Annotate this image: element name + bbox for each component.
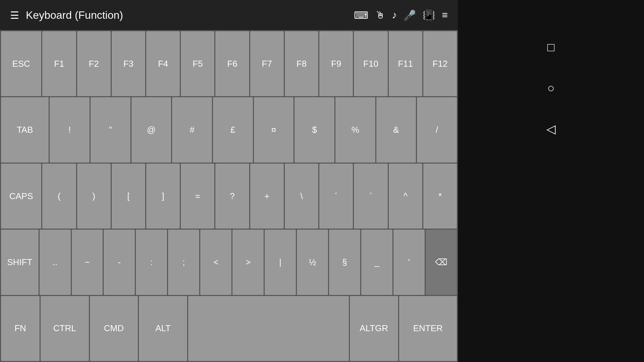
key-dollar[interactable]: $ [294, 97, 334, 162]
key-tab[interactable]: TAB [1, 97, 49, 162]
key-amp[interactable]: & [376, 97, 416, 162]
mouse-icon[interactable]: 🖱 [375, 9, 385, 21]
key-cmd[interactable]: CMD [90, 296, 138, 361]
key-greater[interactable]: > [232, 230, 264, 295]
key-row-row5: FNCTRLCMDALTALTGRENTER [1, 296, 457, 361]
key-f7[interactable]: F7 [250, 31, 284, 96]
key-f10[interactable]: F10 [354, 31, 387, 96]
key-percent[interactable]: % [335, 97, 375, 162]
key-f8[interactable]: F8 [285, 31, 318, 96]
circle-icon[interactable]: ○ [547, 81, 555, 95]
key-f3[interactable]: F3 [112, 31, 145, 96]
key-f1[interactable]: F1 [42, 31, 76, 96]
key-f11[interactable]: F11 [389, 31, 422, 96]
header-title: Keyboard (Function) [26, 9, 347, 21]
key-pipe[interactable]: | [265, 230, 296, 295]
key-alt[interactable]: ALT [139, 296, 187, 361]
key-altgr[interactable]: ALTGR [350, 296, 398, 361]
music-icon[interactable]: ♪ [392, 9, 397, 21]
mic-icon[interactable]: 🎤 [404, 9, 416, 21]
key-tilde[interactable]: ~ [72, 230, 103, 295]
key-colon[interactable]: : [136, 230, 167, 295]
key-ctrl[interactable]: CTRL [41, 296, 89, 361]
key-lparen[interactable]: ( [42, 164, 76, 229]
key-rparen[interactable]: ) [77, 164, 111, 229]
key-row-row3: CAPS()[]=?+\´`^* [1, 164, 457, 229]
key-semicolon[interactable]: ; [168, 230, 199, 295]
key-pound[interactable]: £ [213, 97, 253, 162]
key-f2[interactable]: F2 [77, 31, 111, 96]
key-excl[interactable]: ! [50, 97, 90, 162]
key-f6[interactable]: F6 [215, 31, 249, 96]
menu-icon[interactable]: ☰ [10, 9, 19, 21]
key-backspace[interactable]: ⌫ [426, 230, 457, 295]
right-sidebar: □ ○ ◁ [458, 0, 644, 362]
key-hash[interactable]: # [172, 97, 212, 162]
key-f5[interactable]: F5 [181, 31, 214, 96]
key-enter[interactable]: ENTER [399, 296, 457, 361]
key-row-row1: ESCF1F2F3F4F5F6F7F8F9F10F11F12 [1, 31, 457, 96]
key-asterisk[interactable]: * [423, 164, 457, 229]
keyboard-area: ESCF1F2F3F4F5F6F7F8F9F10F11F12TAB!"@#£¤$… [0, 30, 458, 362]
key-f9[interactable]: F9 [319, 31, 353, 96]
options-icon[interactable]: ≡ [442, 9, 448, 21]
key-f12[interactable]: F12 [423, 31, 457, 96]
key-esc[interactable]: ESC [1, 31, 41, 96]
key-slash[interactable]: / [417, 97, 457, 162]
key-space[interactable] [188, 296, 349, 361]
key-fn[interactable]: FN [1, 296, 40, 361]
key-minus[interactable]: - [104, 230, 135, 295]
key-row-row2: TAB!"@#£¤$%&/ [1, 97, 457, 162]
key-question[interactable]: ? [215, 164, 249, 229]
key-section[interactable]: § [329, 230, 360, 295]
key-backslash[interactable]: \ [285, 164, 318, 229]
back-icon[interactable]: ◁ [546, 122, 556, 136]
key-acute[interactable]: ´ [319, 164, 353, 229]
key-apostrophe[interactable]: ' [393, 230, 425, 295]
header: ☰ Keyboard (Function) ⌨ 🖱 ♪ 🎤 📳 ≡ [0, 0, 458, 30]
key-caret[interactable]: ^ [389, 164, 422, 229]
key-equals[interactable]: = [181, 164, 214, 229]
key-underscore[interactable]: _ [361, 230, 392, 295]
key-dotdot[interactable]: .. [40, 230, 71, 295]
key-grave[interactable]: ` [354, 164, 387, 229]
key-plus[interactable]: + [250, 164, 284, 229]
key-at[interactable]: @ [131, 97, 171, 162]
key-f4[interactable]: F4 [146, 31, 180, 96]
key-quot[interactable]: " [91, 97, 130, 162]
key-less[interactable]: < [200, 230, 231, 295]
vibrate-icon[interactable]: 📳 [423, 9, 435, 21]
keyboard-icon[interactable]: ⌨ [354, 9, 368, 21]
key-half[interactable]: ½ [297, 230, 328, 295]
key-row-row4: SHIFT..~-:;<>|½§_'⌫ [1, 230, 457, 295]
key-shift[interactable]: SHIFT [1, 230, 39, 295]
key-caps[interactable]: CAPS [1, 164, 41, 229]
key-rbracket[interactable]: ] [146, 164, 180, 229]
square-icon[interactable]: □ [547, 40, 555, 54]
key-lbracket[interactable]: [ [112, 164, 145, 229]
key-currency[interactable]: ¤ [254, 97, 294, 162]
